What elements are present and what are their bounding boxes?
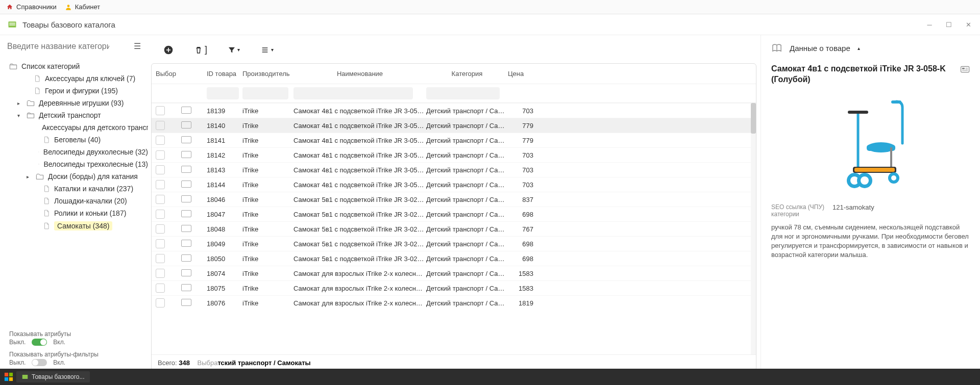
- table-row[interactable]: 18048 iTrike Самокат 5в1 с подсветкой iT…: [152, 221, 756, 236]
- col-price[interactable]: Цена: [508, 70, 533, 78]
- row-checkbox[interactable]: [156, 180, 165, 189]
- table-row[interactable]: 18143 iTrike Самокат 4в1 с подсветкой iT…: [152, 162, 756, 177]
- card-icon[interactable]: [181, 195, 191, 202]
- tree-item[interactable]: Беговелы (40): [34, 134, 148, 146]
- off-label-1: Выкл.: [9, 339, 26, 346]
- card-icon[interactable]: [181, 166, 191, 173]
- card-icon[interactable]: [181, 225, 191, 232]
- card-icon[interactable]: [960, 65, 970, 74]
- tree-item[interactable]: Лошадки-качалки (20): [34, 195, 148, 207]
- table-row[interactable]: 18139 iTrike Самокат 4в1 с подсветкой iT…: [152, 103, 756, 118]
- cell-id: 18076: [207, 299, 242, 307]
- filter-id-input[interactable]: [207, 87, 239, 99]
- row-checkbox[interactable]: [156, 165, 165, 174]
- tree-item[interactable]: Велосипеды двухколесные (32): [34, 146, 148, 158]
- col-id[interactable]: ID товара: [207, 70, 242, 78]
- category-search-input[interactable]: [7, 42, 109, 51]
- filters-toggle[interactable]: [32, 359, 47, 366]
- tree-item[interactable]: Аксессуары для ключей (7): [24, 72, 148, 85]
- row-checkbox[interactable]: [156, 106, 165, 115]
- cell-category: Детский транспорт / Самокаты: [426, 211, 508, 218]
- close-button[interactable]: ✕: [964, 21, 973, 29]
- collapse-icon[interactable]: ▴: [857, 45, 860, 51]
- row-checkbox[interactable]: [156, 136, 165, 145]
- filter-name-input[interactable]: [293, 87, 413, 99]
- cell-category: Детский транспорт / Самокаты: [426, 181, 508, 189]
- table-scrollbar[interactable]: [751, 103, 756, 354]
- menu-cabinet[interactable]: Кабинет: [65, 3, 100, 11]
- filter-cat-input[interactable]: [426, 87, 500, 99]
- card-icon[interactable]: [181, 136, 191, 143]
- table-row[interactable]: 18140 iTrike Самокат 4в1 с подсветкой iT…: [152, 118, 756, 133]
- cell-category: Детский транспорт / Самокаты: [426, 240, 508, 248]
- table-row[interactable]: 18046 iTrike Самокат 5в1 с подсветкой iT…: [152, 192, 756, 207]
- card-icon[interactable]: [181, 240, 191, 247]
- table-row[interactable]: 18050 iTrike Самокат 5в1 с подсветкой iT…: [152, 251, 756, 266]
- menu-references[interactable]: Справочники: [6, 3, 57, 11]
- cell-id: 18143: [207, 166, 242, 174]
- col-category[interactable]: Категория: [426, 70, 508, 78]
- table-header: Выбор ID товара Производитель Наименован…: [152, 64, 756, 84]
- row-checkbox[interactable]: [156, 195, 165, 204]
- tree-item[interactable]: Велосипеды трехколесные (13): [34, 158, 148, 170]
- card-icon[interactable]: [181, 107, 191, 114]
- delete-button[interactable]: ]: [194, 44, 207, 55]
- row-checkbox[interactable]: [156, 121, 165, 130]
- cell-id: 18048: [207, 225, 242, 233]
- row-checkbox[interactable]: [156, 254, 165, 263]
- sidebar-menu-icon[interactable]: ☰: [134, 41, 141, 51]
- row-checkbox[interactable]: [156, 150, 165, 160]
- cell-id: 18142: [207, 151, 242, 159]
- row-checkbox[interactable]: [156, 224, 165, 234]
- row-checkbox[interactable]: [156, 269, 165, 278]
- minimize-button[interactable]: ─: [925, 21, 934, 29]
- tree-item[interactable]: Самокаты (348): [34, 219, 148, 233]
- tree-root[interactable]: Список категорий: [9, 60, 148, 72]
- taskbar: Товары базового...: [0, 369, 980, 371]
- tree-item[interactable]: Аксессуары для детского транспо: [34, 121, 148, 134]
- table-row[interactable]: 18141 iTrike Самокат 4в1 с подсветкой iT…: [152, 133, 756, 147]
- card-icon[interactable]: [181, 299, 191, 306]
- card-icon[interactable]: [181, 269, 191, 276]
- svg-rect-17: [854, 168, 895, 172]
- list-button[interactable]: ▾: [260, 46, 274, 54]
- tree-item[interactable]: ▸Доски (борды) для катания: [27, 170, 148, 183]
- col-name[interactable]: Наименование: [293, 70, 426, 78]
- cell-name: Самокат 4в1 с подсветкой iTrike JR 3-058…: [293, 137, 426, 144]
- card-icon[interactable]: [181, 181, 191, 188]
- tree-item[interactable]: Ролики и коньки (187): [34, 207, 148, 219]
- tree-item[interactable]: Каталки и качалки (237): [34, 183, 148, 195]
- card-icon[interactable]: [181, 151, 191, 158]
- tree-item[interactable]: Герои и фигурки (195): [24, 85, 148, 97]
- table-row[interactable]: 18076 iTrike Самокат для взрослых iTrike…: [152, 295, 756, 310]
- col-manufacturer[interactable]: Производитель: [242, 70, 293, 78]
- table-row[interactable]: 18074 iTrike Самокат для взрослых iTrike…: [152, 266, 756, 280]
- row-checkbox[interactable]: [156, 284, 165, 293]
- col-select[interactable]: Выбор: [156, 70, 181, 78]
- tree-item-label: Лошадки-качалки (20): [54, 197, 127, 205]
- row-checkbox[interactable]: [156, 298, 165, 307]
- table-row[interactable]: 18049 iTrike Самокат 5в1 с подсветкой iT…: [152, 236, 756, 251]
- tree-item[interactable]: ▸Деревянные игрушки (93): [17, 97, 148, 109]
- table-body: 18139 iTrike Самокат 4в1 с подсветкой iT…: [152, 103, 756, 354]
- card-icon[interactable]: [181, 284, 191, 291]
- svg-point-23: [891, 175, 896, 181]
- card-icon[interactable]: [181, 121, 191, 129]
- attrs-toggle[interactable]: [32, 339, 47, 346]
- table-row[interactable]: 18144 iTrike Самокат 4в1 с подсветкой iT…: [152, 177, 756, 192]
- cell-category: Детский транспорт / Самокаты: [426, 225, 508, 233]
- card-icon[interactable]: [181, 254, 191, 262]
- table-row[interactable]: 18142 iTrike Самокат 4в1 с подсветкой iT…: [152, 147, 756, 162]
- row-checkbox[interactable]: [156, 210, 165, 219]
- filter-button[interactable]: ▾: [228, 46, 240, 54]
- table-row[interactable]: 18075 iTrike Самокат для взрослых iTrike…: [152, 280, 756, 295]
- row-checkbox[interactable]: [156, 239, 165, 248]
- details-header[interactable]: Данные о товаре ▴: [771, 43, 970, 59]
- tree-item[interactable]: ▾Детский транспорт: [17, 109, 148, 121]
- filter-mfr-input[interactable]: [242, 87, 288, 99]
- cell-price: 703: [508, 166, 533, 174]
- table-row[interactable]: 18047 iTrike Самокат 5в1 с подсветкой iT…: [152, 207, 756, 221]
- maximize-button[interactable]: ☐: [944, 21, 953, 29]
- card-icon[interactable]: [181, 210, 191, 217]
- add-button[interactable]: [163, 45, 174, 55]
